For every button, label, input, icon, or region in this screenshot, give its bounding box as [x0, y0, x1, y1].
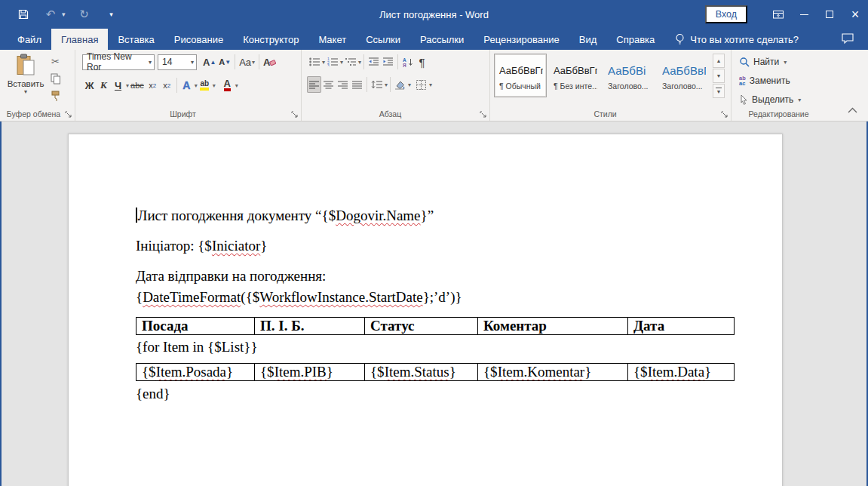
styles-dialog-launcher-icon[interactable]: [720, 110, 728, 118]
shading-icon[interactable]: [393, 76, 407, 93]
grow-font-icon[interactable]: А▲: [201, 54, 217, 70]
font-dialog-launcher-icon[interactable]: [290, 110, 299, 118]
shading-dropdown-icon[interactable]: ▾: [408, 82, 411, 88]
font-color-button[interactable]: А: [220, 77, 235, 94]
ribbon-display-options-icon[interactable]: [765, 0, 791, 29]
align-center-button[interactable]: [321, 76, 336, 93]
paragraph[interactable]: Лист погодження документу “{$Dogovir.Nam…: [136, 205, 737, 226]
replace-button[interactable]: abac Заменить: [739, 72, 826, 90]
styles-scroll-up-icon[interactable]: ▲: [713, 54, 725, 68]
font-color-dropdown-icon[interactable]: ▾: [235, 82, 238, 89]
numbering-icon[interactable]: 123: [325, 54, 339, 70]
save-icon[interactable]: [15, 6, 32, 23]
tab-draw[interactable]: Рисование: [164, 29, 233, 50]
change-case-icon[interactable]: Aa▾: [238, 54, 256, 70]
tab-layout[interactable]: Макет: [308, 29, 356, 50]
approval-table-header[interactable]: ПосадаП. І. Б.СтатусКоментарДата: [136, 317, 735, 335]
highlight-button[interactable]: ab: [198, 77, 212, 94]
table-header-cell[interactable]: Посада: [136, 318, 255, 335]
bold-button[interactable]: Ж: [82, 77, 97, 94]
format-painter-icon[interactable]: [48, 88, 63, 104]
style-heading2[interactable]: АаБбВвГ Заголово...: [657, 54, 710, 97]
table-template-cell[interactable]: {$Item.Komentar}: [478, 364, 628, 381]
strikethrough-button[interactable]: abc: [129, 77, 146, 94]
italic-button[interactable]: К: [97, 77, 111, 94]
font-name-combobox[interactable]: Times New Ror▾: [82, 54, 155, 70]
signin-button[interactable]: Вход: [705, 5, 747, 23]
style-heading1[interactable]: АаБбВі Заголово...: [603, 54, 655, 97]
tab-help[interactable]: Справка: [606, 29, 664, 50]
sort-icon[interactable]: АЯ: [400, 54, 415, 70]
minimize-button[interactable]: [791, 0, 817, 29]
bullets-icon[interactable]: [307, 54, 321, 70]
clear-formatting-icon[interactable]: А: [262, 54, 277, 70]
paragraph-dialog-launcher-icon[interactable]: [479, 110, 487, 118]
table-header-cell[interactable]: Дата: [628, 318, 735, 335]
group-styles: АаБбВвГг, ¶ Обычный АаБбВвГг, ¶ Без инте…: [490, 50, 732, 121]
tab-references[interactable]: Ссылки: [356, 29, 410, 50]
justify-button[interactable]: [350, 76, 364, 93]
undo-icon[interactable]: ↶: [42, 6, 59, 23]
tab-design[interactable]: Конструктор: [233, 29, 308, 50]
paragraph[interactable]: Ініціатор: {$Iniciator}: [136, 235, 737, 257]
find-button[interactable]: Найти ▾: [739, 53, 826, 71]
tell-me-box[interactable]: Что вы хотите сделать?: [675, 29, 799, 50]
show-marks-icon[interactable]: ¶: [415, 54, 429, 70]
font-color-label: А: [224, 79, 231, 91]
font-size-combobox[interactable]: 14▾: [158, 54, 197, 70]
table-template-cell[interactable]: {$Item.Posada}: [136, 364, 255, 381]
increase-indent-icon[interactable]: [381, 54, 395, 70]
style-normal[interactable]: АаБбВвГг, ¶ Обычный: [494, 54, 547, 97]
borders-dropdown-icon[interactable]: ▾: [429, 82, 432, 88]
collapse-ribbon-icon[interactable]: [848, 103, 857, 116]
paragraph[interactable]: Дата відправки на погодження:: [136, 266, 737, 287]
table-template-cell[interactable]: {$Item.Data}: [628, 364, 735, 381]
tab-view[interactable]: Вид: [569, 29, 607, 50]
template-end-line[interactable]: {end}: [136, 383, 737, 404]
redo-icon[interactable]: ↻: [76, 6, 93, 23]
shrink-font-icon[interactable]: А▼: [217, 54, 232, 70]
line-spacing-icon[interactable]: [370, 76, 384, 93]
select-button[interactable]: Выделить ▾: [739, 91, 826, 109]
paste-button[interactable]: Вставить ▾: [6, 54, 45, 108]
table-template-cell[interactable]: {$Item.PIB}: [255, 364, 365, 381]
undo-dropdown-icon[interactable]: ▾: [62, 11, 66, 18]
line-spacing-dropdown-icon[interactable]: ▾: [385, 82, 388, 88]
decrease-indent-icon[interactable]: [367, 54, 381, 70]
underline-button[interactable]: Ч: [111, 77, 125, 94]
document-content[interactable]: Лист погодження документу “{$Dogovir.Nam…: [69, 134, 782, 404]
customize-qat-icon[interactable]: ▾: [103, 6, 120, 23]
style-no-spacing[interactable]: АаБбВвГг, ¶ Без инте...: [548, 54, 601, 97]
multilevel-dropdown-icon[interactable]: ▾: [358, 59, 361, 66]
align-right-button[interactable]: [336, 76, 350, 93]
table-header-cell[interactable]: Коментар: [478, 318, 628, 335]
superscript-button[interactable]: x2: [160, 77, 174, 94]
approval-table-template-row[interactable]: {$Item.Posada}{$Item.PIB}{$Item.Status}{…: [136, 363, 735, 381]
maximize-button[interactable]: [817, 0, 842, 29]
cut-icon[interactable]: ✂: [48, 54, 63, 69]
comments-icon[interactable]: [841, 32, 854, 48]
styles-more-icon[interactable]: ▼: [713, 84, 725, 98]
close-button[interactable]: ×: [842, 0, 868, 29]
styles-scroll-down-icon[interactable]: ▼: [713, 69, 725, 83]
tab-review[interactable]: Рецензирование: [474, 29, 569, 50]
text-effects-button[interactable]: А: [179, 77, 194, 94]
template-for-line[interactable]: {for Item in {$List}}: [136, 337, 737, 358]
template-field: Item.Posada: [156, 364, 226, 380]
borders-icon[interactable]: [414, 76, 428, 93]
multilevel-list-icon[interactable]: [343, 54, 357, 70]
table-header-cell[interactable]: П. І. Б.: [255, 318, 365, 335]
subscript-button[interactable]: x2: [146, 77, 160, 94]
tab-insert[interactable]: Вставка: [108, 29, 164, 50]
document-page[interactable]: Лист погодження документу “{$Dogovir.Nam…: [68, 134, 783, 486]
clipboard-dialog-launcher-icon[interactable]: [64, 110, 72, 118]
table-header-cell[interactable]: Статус: [365, 318, 478, 335]
table-template-cell[interactable]: {$Item.Status}: [365, 364, 478, 381]
align-left-button[interactable]: [307, 76, 321, 93]
tab-mailings[interactable]: Рассылки: [410, 29, 474, 50]
highlight-dropdown-icon[interactable]: ▾: [213, 82, 216, 89]
paragraph[interactable]: {DateTimeFormat({$WorkflowInstance.Start…: [136, 287, 737, 308]
tab-home[interactable]: Главная: [51, 29, 108, 50]
copy-icon[interactable]: [48, 71, 63, 87]
tab-file[interactable]: Файл: [8, 29, 51, 50]
